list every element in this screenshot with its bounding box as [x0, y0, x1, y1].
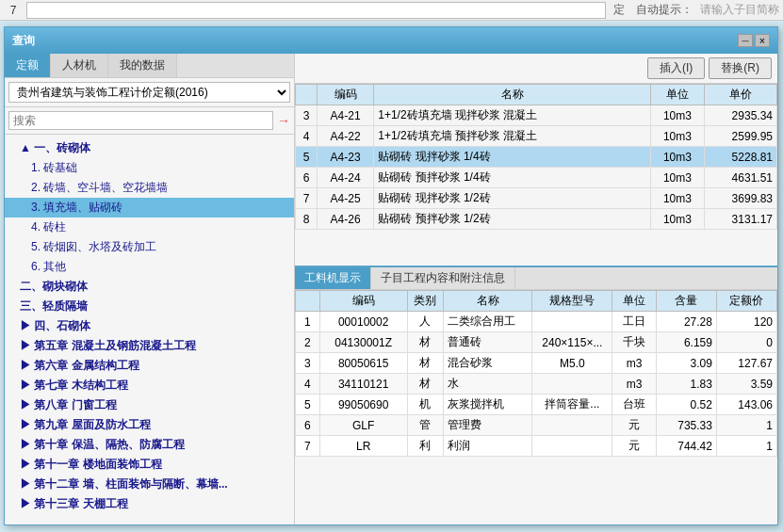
search-row: → [5, 107, 294, 135]
detail-cell-type: 管 [407, 415, 443, 436]
fixed-label: 定 [610, 2, 628, 18]
detail-col-code: 编码 [319, 291, 407, 312]
detail-cell-amount: 735.33 [656, 415, 716, 436]
dialog-titlebar: 查询 ─ × [5, 27, 777, 54]
tree-item[interactable]: ▶ 第十一章 楼地面装饰工程 [5, 455, 294, 475]
detail-row[interactable]: 4 34110121 材 水 m3 1.83 3.59 [296, 374, 777, 395]
bottom-section: 工料机显示 子目工程内容和附注信息 编码 类别 名称 规格型号 单位 [295, 267, 777, 524]
table-row[interactable]: 8 A4-26 贴砌砖 预拌砂浆 1/2砖 10m3 3131.17 [296, 209, 777, 230]
detail-row[interactable]: 2 04130001Z 材 普通砖 240×115×... 千块 6.159 0 [296, 332, 777, 353]
tree-item[interactable]: ▶ 第五章 混凝土及钢筋混凝土工程 [5, 336, 294, 356]
detail-cell-type: 材 [407, 332, 443, 353]
detail-cell-type: 材 [407, 353, 443, 374]
cell-price: 3131.17 [705, 209, 777, 230]
tree-item[interactable]: ▶ 第八章 门窗工程 [5, 395, 294, 415]
tree-item[interactable]: 5. 砖烟囱、水塔及砖加工 [5, 237, 294, 257]
row-number: 7 [4, 4, 23, 17]
table-row[interactable]: 3 A4-21 1+1/2砖填充墙 现拌砂浆 混凝土 10m3 2935.34 [296, 105, 777, 126]
quota-dropdown[interactable]: 贵州省建筑与装饰工程计价定额(2016) [8, 82, 290, 103]
detail-cell-amount: 0.52 [656, 395, 716, 415]
cell-name: 贴砌砖 预拌砂浆 1/4砖 [374, 168, 651, 188]
cell-unit: 10m3 [650, 168, 704, 188]
search-input[interactable] [8, 111, 273, 130]
right-header: 插入(I) 替换(R) [295, 54, 777, 84]
detail-cell-type: 利 [407, 436, 443, 457]
detail-cell-code: GLF [319, 415, 407, 436]
cell-code: A4-23 [318, 147, 374, 168]
tree-item[interactable]: ▶ 第六章 金属结构工程 [5, 356, 294, 376]
auto-hint-label: 自动提示： [632, 2, 696, 18]
cell-code: A4-25 [318, 188, 374, 209]
tree-item[interactable]: ▶ 第十二章 墙、柱面装饰与隔断、幕墙... [5, 475, 294, 494]
table-row[interactable]: 7 A4-25 贴砌砖 现拌砂浆 1/2砖 10m3 3699.83 [296, 188, 777, 209]
detail-row[interactable]: 3 80050615 材 混合砂浆 M5.0 m3 3.09 127.67 [296, 353, 777, 374]
replace-button[interactable]: 替换(R) [709, 57, 772, 79]
tree-item[interactable]: 3. 填充墙、贴砌砖 [5, 198, 294, 218]
detail-cell-amount: 3.09 [656, 353, 716, 374]
quota-dropdown-row: 贵州省建筑与装饰工程计价定额(2016) [5, 78, 294, 107]
cell-unit: 10m3 [650, 188, 704, 209]
detail-cell-price: 1 [716, 436, 776, 457]
tree-item[interactable]: ▲ 一、砖砌体 [5, 138, 294, 158]
auto-hint-placeholder: 请输入子目简称 [700, 2, 779, 18]
bottom-table-area: 编码 类别 名称 规格型号 单位 含量 定额价 1 00010002 人 [295, 290, 777, 524]
detail-cell-name: 灰浆搅拌机 [444, 395, 532, 415]
detail-cell-num: 1 [296, 312, 320, 332]
cell-unit: 10m3 [650, 147, 704, 168]
tree-area: ▲ 一、砖砌体1. 砖基础2. 砖墙、空斗墙、空花墙墙3. 填充墙、贴砌砖4. … [5, 135, 294, 524]
detail-cell-unit: 元 [612, 415, 657, 436]
detail-cell-num: 4 [296, 374, 320, 395]
detail-row[interactable]: 5 99050690 机 灰浆搅拌机 拌筒容量... 台班 0.52 143.0… [296, 395, 777, 415]
detail-cell-unit: 台班 [612, 395, 657, 415]
detail-cell-name: 二类综合用工 [444, 312, 532, 332]
close-button[interactable]: × [755, 34, 770, 47]
tree-item[interactable]: ▶ 第七章 木结构工程 [5, 376, 294, 395]
tree-item[interactable]: ▶ 第十三章 天棚工程 [5, 494, 294, 514]
col-name: 名称 [374, 85, 651, 105]
tree-item[interactable]: ▶ 四、石砌体 [5, 316, 294, 336]
tree-item[interactable]: 二、砌块砌体 [5, 277, 294, 297]
detail-cell-amount: 6.159 [656, 332, 716, 353]
tab-sub-item[interactable]: 子目工程内容和附注信息 [371, 267, 515, 289]
detail-cell-type: 材 [407, 374, 443, 395]
detail-cell-code: 80050615 [319, 353, 407, 374]
detail-cell-num: 2 [296, 332, 320, 353]
tree-item[interactable]: 三、轻质隔墙 [5, 297, 294, 316]
detail-row[interactable]: 7 LR 利 利润 元 744.42 1 [296, 436, 777, 457]
cell-num: 3 [296, 105, 318, 126]
tab-dinge[interactable]: 定额 [5, 54, 51, 77]
tree-item[interactable]: 1. 砖基础 [5, 158, 294, 178]
table-row[interactable]: 5 A4-23 贴砌砖 现拌砂浆 1/4砖 10m3 5228.81 [296, 147, 777, 168]
insert-button[interactable]: 插入(I) [647, 57, 705, 79]
quota-table: 编码 名称 单位 单价 3 A4-21 1+1/2砖填充墙 现拌砂浆 混凝土 1… [295, 84, 777, 230]
detail-cell-code: 99050690 [319, 395, 407, 415]
detail-cell-spec [532, 312, 612, 332]
table-row[interactable]: 6 A4-24 贴砌砖 预拌砂浆 1/4砖 10m3 4631.51 [296, 168, 777, 188]
detail-cell-spec [532, 374, 612, 395]
minimize-button[interactable]: ─ [738, 34, 753, 47]
dialog-title: 查询 [12, 33, 35, 49]
detail-cell-name: 水 [444, 374, 532, 395]
cell-price: 4631.51 [705, 168, 777, 188]
cell-code: A4-22 [318, 126, 374, 147]
cell-unit: 10m3 [650, 105, 704, 126]
tree-item[interactable]: 4. 砖柱 [5, 218, 294, 237]
tab-labor-machine[interactable]: 工料机显示 [295, 267, 371, 289]
tree-item[interactable]: ▶ 第九章 屋面及防水工程 [5, 415, 294, 435]
cell-name: 贴砌砖 现拌砂浆 1/2砖 [374, 188, 651, 209]
detail-row[interactable]: 1 00010002 人 二类综合用工 工日 27.28 120 [296, 312, 777, 332]
tab-mydata[interactable]: 我的数据 [108, 54, 177, 77]
top-bar-input[interactable] [26, 2, 606, 19]
cell-price: 2935.34 [705, 105, 777, 126]
detail-cell-num: 3 [296, 353, 320, 374]
detail-cell-unit: m3 [612, 353, 657, 374]
detail-cell-code: 04130001Z [319, 332, 407, 353]
detail-cell-unit: 元 [612, 436, 657, 457]
query-dialog: 查询 ─ × 定额 人材机 我的数据 贵州省建筑与装饰工程计价定额(2016) … [4, 26, 778, 525]
tab-rencaiji[interactable]: 人材机 [51, 54, 108, 77]
tree-item[interactable]: 2. 砖墙、空斗墙、空花墙墙 [5, 178, 294, 198]
tree-item[interactable]: 6. 其他 [5, 257, 294, 277]
table-row[interactable]: 4 A4-22 1+1/2砖填充墙 预拌砂浆 混凝土 10m3 2599.95 [296, 126, 777, 147]
detail-row[interactable]: 6 GLF 管 管理费 元 735.33 1 [296, 415, 777, 436]
tree-item[interactable]: ▶ 第十章 保温、隔热、防腐工程 [5, 435, 294, 455]
